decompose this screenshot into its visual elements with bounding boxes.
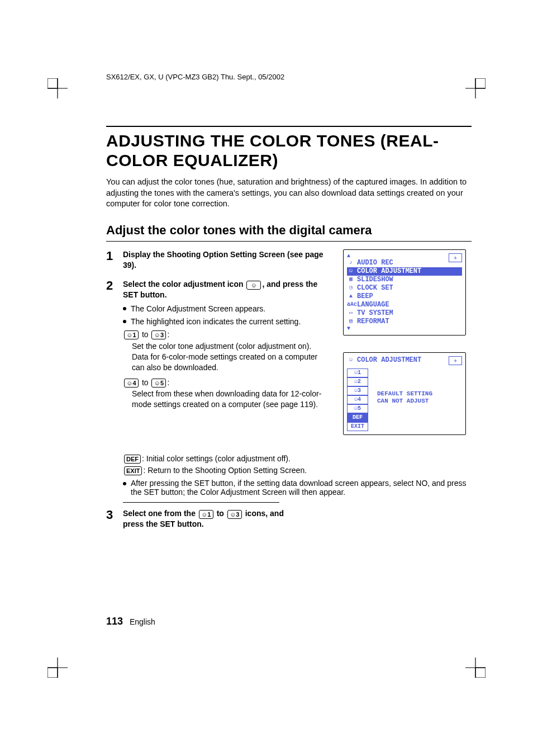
intro-paragraph: You can adjust the color tones (hue, sat… — [106, 177, 472, 210]
range-description: Select from these when downloading data … — [132, 389, 326, 410]
menu-item: ▲BEEP — [347, 292, 462, 301]
palette-3-icon: ☺3 — [151, 330, 166, 339]
menu-item: ▦SLIDESHOW — [347, 276, 462, 284]
menu-item: ◷CLOCK SET — [347, 284, 462, 292]
screen2-message: DEFAULT SETTING CAN NOT ADJUST — [377, 390, 432, 405]
icon-range: ☺1 to ☺3: — [123, 329, 326, 340]
option-item: DEF — [347, 413, 368, 422]
step-title: Select the color adjustment icon ☺, and … — [123, 280, 317, 299]
doc-header: SX612/EX, GX, U (VPC-MZ3 GB2) Thu. Sept.… — [106, 73, 472, 81]
menu-item-label: SLIDESHOW — [357, 276, 393, 284]
bullet: The Color Adjustment Screen appears. — [123, 304, 326, 314]
range-description: Set the color tone adjustment (color adj… — [132, 341, 326, 373]
crop-mark-icon — [47, 658, 68, 678]
camera-screen-1: ✈ ▲ ♪AUDIO REC☺COLOR ADJUSTMENT▦SLIDESHO… — [343, 249, 466, 336]
page-title: ADJUSTING THE COLOR TONES (REAL-COLOR EQ… — [106, 131, 472, 170]
two-column-layout: 1 Display the Shooting Option Setting Sc… — [106, 249, 472, 452]
page: SX612/EX, GX, U (VPC-MZ3 GB2) Thu. Sept.… — [0, 0, 533, 756]
menu-item-icon: ♪ — [347, 259, 355, 266]
option-item: EXIT — [347, 422, 368, 431]
section-heading: Adjust the color tones with the digital … — [106, 223, 472, 238]
menu-item-label: REFORMAT — [357, 318, 389, 325]
menu-item: aAcLANGUAGE — [347, 301, 462, 309]
palette-4-icon: ☺4 — [124, 379, 139, 388]
step-1: 1 Display the Shooting Option Setting Sc… — [106, 249, 326, 271]
camera-mode-icon: ✈ — [449, 253, 462, 262]
menu-item: ▭TV SYSTEM — [347, 309, 462, 318]
figures-column: ✈ ▲ ♪AUDIO REC☺COLOR ADJUSTMENT▦SLIDESHO… — [343, 249, 472, 452]
page-footer: 113 English — [106, 616, 155, 627]
menu-item: ♪AUDIO REC — [347, 259, 462, 267]
menu-item: ☺COLOR ADJUSTMENT — [347, 267, 462, 276]
menu-item-label: CLOCK SET — [357, 284, 393, 292]
menu-item-label: COLOR ADJUSTMENT — [357, 267, 421, 275]
palette-5-icon: ☺5 — [151, 379, 166, 388]
menu-item-label: BEEP — [357, 292, 373, 300]
option-item: ☺2 — [347, 377, 368, 386]
icon-range: ☺4 to ☺5: — [123, 377, 326, 388]
menu-item-icon: ◷ — [347, 285, 355, 291]
step-2: 2 Select the color adjustment icon ☺, an… — [106, 279, 326, 414]
palette-icon: ☺ — [347, 357, 355, 363]
menu-item-icon: ▭ — [347, 310, 355, 316]
menu-item-icon: ▲ — [347, 293, 355, 300]
crop-mark-icon — [465, 658, 486, 678]
rule — [106, 126, 472, 127]
menu-item-icon: ☺ — [347, 268, 355, 275]
footer-language: English — [130, 617, 155, 626]
exit-line: EXIT: Return to the Shooting Option Sett… — [123, 466, 472, 475]
option-item: ☺4 — [347, 395, 368, 404]
svg-rect-2 — [47, 668, 58, 678]
palette-1-icon: ☺1 — [124, 330, 139, 339]
step-number: 1 — [106, 249, 123, 271]
svg-rect-3 — [475, 668, 486, 678]
palette-1-icon: ☺1 — [199, 510, 213, 519]
page-number: 113 — [106, 616, 123, 627]
camera-mode-icon: ✈ — [449, 356, 462, 365]
def-icon: DEF — [124, 455, 141, 464]
palette-3-icon: ☺3 — [227, 510, 242, 519]
palette-icon: ☺ — [246, 281, 261, 290]
steps-column: 1 Display the Shooting Option Setting Sc… — [106, 249, 326, 452]
step-number: 2 — [106, 279, 123, 414]
menu-item-icon: ▤ — [347, 318, 355, 325]
step-title: Select one from the ☺1 to ☺3 icons, and … — [123, 509, 284, 528]
screen2-title: ☺ COLOR ADJUSTMENT — [347, 356, 462, 364]
option-list: ☺1☺2☺3☺4☺5DEFEXIT — [347, 368, 368, 431]
step-title: Display the Shooting Option Setting Scre… — [123, 250, 323, 270]
bullet: The highlighted icon indicates the curre… — [123, 316, 326, 327]
exit-icon: EXIT — [124, 466, 142, 475]
menu-item: ▤REFORMAT — [347, 318, 462, 326]
menu-item-label: AUDIO REC — [357, 259, 393, 267]
menu-item-label: TV SYSTEM — [357, 309, 393, 317]
crop-mark-icon — [465, 78, 486, 98]
step-2-continued: DEF: Initial color settings (color adjus… — [123, 454, 472, 497]
camera-screen-2: ✈ ☺ COLOR ADJUSTMENT ☺1☺2☺3☺4☺5DEFEXIT D… — [343, 352, 466, 435]
rule — [106, 241, 472, 242]
svg-rect-0 — [47, 78, 58, 88]
arrow-down-icon: ▼ — [347, 326, 462, 332]
menu-item-label: LANGUAGE — [357, 301, 389, 309]
svg-rect-1 — [475, 78, 486, 88]
def-line: DEF: Initial color settings (color adjus… — [123, 454, 472, 464]
menu-item-icon: ▦ — [347, 276, 355, 283]
option-item: ☺1 — [347, 368, 368, 377]
bullet: After pressing the SET button, if the se… — [123, 479, 472, 497]
menu-item-icon: aAc — [347, 301, 355, 308]
option-item: ☺3 — [347, 386, 368, 395]
step-number: 3 — [106, 508, 123, 530]
step-divider — [123, 502, 279, 503]
option-item: ☺5 — [347, 404, 368, 413]
step-3: 3 Select one from the ☺1 to ☺3 icons, an… — [106, 508, 472, 530]
arrow-up-icon: ▲ — [347, 253, 462, 259]
crop-mark-icon — [47, 78, 68, 98]
